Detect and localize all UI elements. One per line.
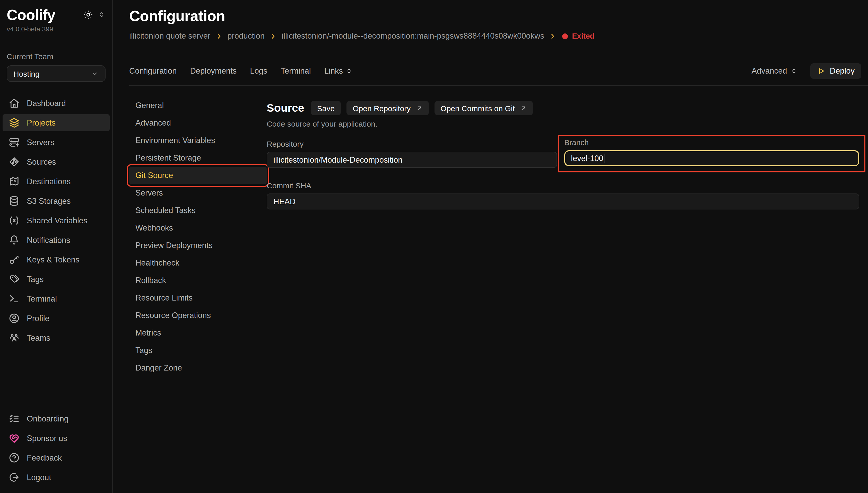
subnav-item-environment-variables[interactable]: Environment Variables [129, 132, 267, 149]
sidebar-item-sources[interactable]: Sources [3, 153, 110, 170]
settings-subnav: General Advanced Environment Variables P… [129, 86, 267, 493]
breadcrumb-project[interactable]: illicitonion quote server [129, 31, 210, 41]
tab-logs[interactable]: Logs [250, 66, 267, 76]
terminal-icon [9, 293, 20, 304]
save-button[interactable]: Save [311, 101, 341, 115]
sidebar-nav: Dashboard Projects Servers Sources Desti… [0, 95, 112, 346]
tab-links[interactable]: Links [324, 66, 353, 76]
section-title: Source [267, 102, 304, 114]
subnav-item-webhooks[interactable]: Webhooks [129, 219, 267, 237]
database-icon [9, 196, 20, 206]
sidebar-item-s3-storages[interactable]: S3 Storages [3, 192, 110, 210]
subnav-item-resource-limits[interactable]: Resource Limits [129, 289, 267, 307]
subnav-item-git-source[interactable]: Git Source [129, 167, 267, 184]
chevron-down-icon [91, 69, 99, 78]
commit-sha-label: Commit SHA [267, 181, 859, 190]
chevrons-up-down-icon [345, 67, 353, 74]
layers-icon [9, 117, 20, 128]
tabs-row: Configuration Deployments Logs Terminal … [129, 63, 868, 79]
sidebar-item-keys-tokens[interactable]: Keys & Tokens [3, 251, 110, 268]
play-icon [817, 67, 825, 75]
repository-field-group: Repository illicitestonion/Module-Decomp… [267, 138, 557, 171]
advanced-dropdown[interactable]: Advanced [751, 66, 798, 76]
map-icon [9, 176, 20, 187]
subnav-item-tags[interactable]: Tags [129, 342, 267, 359]
breadcrumb-environment[interactable]: production [227, 31, 264, 41]
subnav-item-persistent-storage[interactable]: Persistent Storage [129, 149, 267, 167]
branch-field-group: Branch level-100 [559, 138, 859, 171]
main-content: Configuration illicitonion quote server … [113, 0, 868, 493]
help-circle-icon [9, 452, 20, 463]
section-description: Code source of your application. [267, 120, 859, 128]
theme-select-chevrons-icon[interactable] [98, 11, 106, 19]
git-source-icon [9, 156, 20, 167]
sidebar-item-notifications[interactable]: Notifications [3, 232, 110, 249]
sidebar-item-shared-variables[interactable]: Shared Variables [3, 212, 110, 229]
current-team-label: Current Team [7, 52, 106, 61]
status-text: Exited [572, 32, 594, 40]
branch-input[interactable]: level-100 [564, 150, 859, 166]
theme-sun-icon[interactable] [83, 10, 93, 20]
deploy-button[interactable]: Deploy [810, 63, 862, 79]
sidebar-footer-nav: Onboarding Sponsor us Feedback Logout [0, 410, 112, 486]
tags-icon [9, 274, 20, 284]
repository-input[interactable]: illicitestonion/Module-Decomposition [267, 152, 557, 168]
heart-handshake-icon [9, 433, 20, 444]
sidebar-item-terminal[interactable]: Terminal [3, 290, 110, 307]
sidebar-item-logout[interactable]: Logout [3, 469, 110, 486]
logout-icon [9, 472, 20, 483]
text-caret [604, 154, 605, 163]
status-badge: Exited [562, 32, 594, 40]
sidebar-item-tags[interactable]: Tags [3, 271, 110, 288]
subnav-item-resource-operations[interactable]: Resource Operations [129, 307, 267, 324]
sidebar-item-dashboard[interactable]: Dashboard [3, 95, 110, 112]
external-link-icon [520, 105, 527, 111]
tab-deployments[interactable]: Deployments [190, 66, 237, 76]
git-source-panel: Source Save Open Repository Open Commits… [267, 86, 868, 493]
open-repository-button[interactable]: Open Repository [346, 101, 429, 115]
subnav-item-servers[interactable]: Servers [129, 184, 267, 202]
sidebar: Coolify v4.0.0-beta.399 Current Team Hos… [0, 0, 113, 493]
sidebar-item-profile[interactable]: Profile [3, 310, 110, 327]
commit-sha-field-group: Commit SHA HEAD [267, 181, 859, 210]
sidebar-item-projects[interactable]: Projects [3, 114, 110, 131]
team-select[interactable]: Hosting [7, 65, 106, 82]
chevron-right-icon [270, 33, 276, 39]
subnav-item-preview-deployments[interactable]: Preview Deployments [129, 237, 267, 254]
sidebar-item-teams[interactable]: Teams [3, 329, 110, 346]
server-icon [9, 137, 20, 148]
sidebar-item-onboarding[interactable]: Onboarding [3, 410, 110, 427]
app-logo: Coolify [7, 6, 55, 24]
subnav-item-metrics[interactable]: Metrics [129, 324, 267, 342]
commit-sha-input[interactable]: HEAD [267, 193, 859, 210]
app-version: v4.0.0-beta.399 [7, 25, 106, 33]
open-commits-button[interactable]: Open Commits on Git [434, 101, 533, 115]
home-icon [9, 98, 20, 109]
sidebar-item-sponsor-us[interactable]: Sponsor us [3, 430, 110, 447]
sidebar-item-servers[interactable]: Servers [3, 134, 110, 151]
sidebar-item-destinations[interactable]: Destinations [3, 173, 110, 190]
parentheses-x-icon [9, 215, 20, 226]
subnav-item-healthcheck[interactable]: Healthcheck [129, 254, 267, 272]
chevron-right-icon [215, 33, 222, 39]
sidebar-item-feedback[interactable]: Feedback [3, 449, 110, 466]
chevron-right-icon [549, 33, 556, 39]
subnav-item-advanced[interactable]: Advanced [129, 114, 267, 132]
bell-icon [9, 235, 20, 245]
subnav-item-general[interactable]: General [129, 97, 267, 114]
subnav-item-danger-zone[interactable]: Danger Zone [129, 359, 267, 377]
tab-terminal[interactable]: Terminal [281, 66, 311, 76]
repository-label: Repository [267, 140, 557, 148]
app-window: Coolify v4.0.0-beta.399 Current Team Hos… [0, 0, 868, 493]
breadcrumb-application[interactable]: illicitestonion/-module--decomposition:m… [282, 31, 544, 41]
users-icon [9, 333, 20, 343]
external-link-icon [416, 105, 422, 111]
breadcrumb: illicitonion quote server production ill… [129, 31, 868, 41]
user-circle-icon [9, 313, 20, 324]
subnav-item-scheduled-tasks[interactable]: Scheduled Tasks [129, 202, 267, 219]
subnav-item-rollback[interactable]: Rollback [129, 272, 267, 289]
branch-annotation-box: Branch level-100 [559, 136, 864, 171]
key-icon [9, 254, 20, 265]
tab-configuration[interactable]: Configuration [129, 66, 176, 76]
status-dot-icon [562, 33, 568, 39]
